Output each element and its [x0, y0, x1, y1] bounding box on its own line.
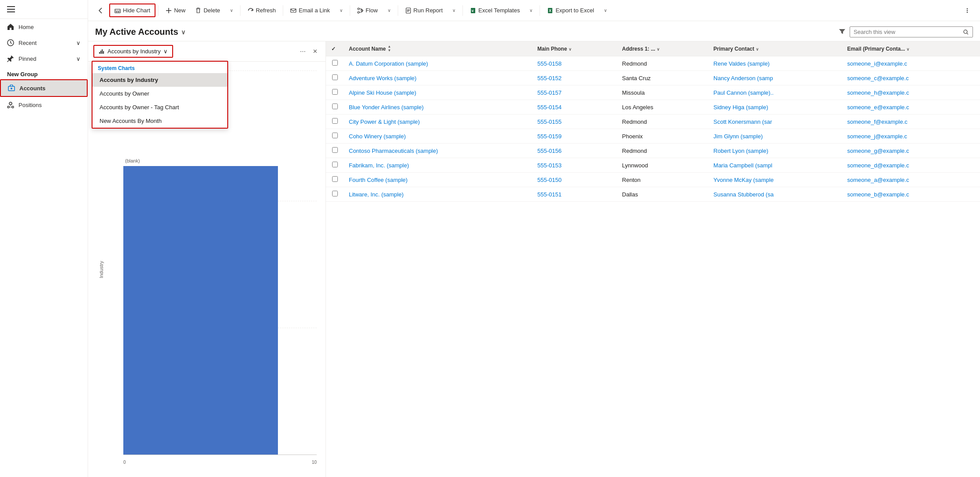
row-check[interactable]: [326, 129, 344, 144]
row-email[interactable]: someone_a@example.c: [842, 173, 980, 187]
row-email[interactable]: someone_g@example.c: [842, 144, 980, 158]
row-email[interactable]: someone_b@example.c: [842, 187, 980, 202]
sidebar-item-accounts-label: Accounts: [19, 85, 45, 92]
row-email[interactable]: someone_h@example.c: [842, 85, 980, 100]
row-email[interactable]: someone_f@example.c: [842, 115, 980, 129]
row-address: Phoenix: [617, 129, 708, 144]
row-account-name[interactable]: Adventure Works (sample): [344, 71, 532, 85]
svg-point-17: [967, 8, 968, 9]
row-check[interactable]: [326, 158, 344, 173]
sidebar-item-home[interactable]: Home: [0, 19, 88, 35]
row-main-phone: 555-0158: [532, 56, 617, 71]
row-check[interactable]: [326, 100, 344, 115]
new-icon: [166, 7, 172, 14]
delete-button[interactable]: Delete: [191, 4, 225, 16]
chart-dropdown-item-owner[interactable]: Accounts by Owner: [92, 87, 227, 100]
toolbar-chevron-export[interactable]: ∨: [599, 5, 611, 15]
row-main-phone: 555-0150: [532, 173, 617, 187]
toolbar-chevron-1[interactable]: ∨: [226, 5, 237, 15]
toolbar-divider-2: [240, 5, 240, 16]
row-account-name[interactable]: Fourth Coffee (sample): [344, 173, 532, 187]
run-report-button[interactable]: Run Report: [401, 4, 447, 16]
row-check[interactable]: [326, 56, 344, 71]
toolbar-more-button[interactable]: [960, 5, 975, 16]
flow-label: Flow: [366, 7, 377, 14]
sidebar-item-recent-label: Recent: [18, 40, 37, 46]
flow-button[interactable]: Flow: [353, 4, 382, 16]
new-button[interactable]: New: [161, 4, 190, 16]
col-address1[interactable]: Address 1: ... ∨: [617, 41, 708, 56]
row-primary-contact[interactable]: Yvonne McKay (sample: [708, 173, 842, 187]
row-check[interactable]: [326, 115, 344, 129]
row-email[interactable]: someone_c@example.c: [842, 71, 980, 85]
toolbar-divider-6: [462, 5, 463, 16]
row-account-name[interactable]: Contoso Pharmaceuticals (sample): [344, 144, 532, 158]
export-to-excel-button[interactable]: Export to Excel: [543, 4, 598, 16]
table-row: A. Datum Corporation (sample) 555-0158 R…: [326, 56, 980, 71]
row-account-name[interactable]: A. Datum Corporation (sample): [344, 56, 532, 71]
view-title-chevron[interactable]: ∨: [181, 29, 185, 36]
row-account-name[interactable]: Fabrikam, Inc. (sample): [344, 158, 532, 173]
chart-close-button[interactable]: ✕: [310, 46, 320, 56]
chart-dropdown-item-new-by-month[interactable]: New Accounts By Month: [92, 114, 227, 128]
col-email[interactable]: Email (Primary Conta... ∨: [842, 41, 980, 56]
chart-y-axis-label: Industry: [99, 261, 104, 278]
chart-selector[interactable]: Accounts by Industry ∨: [93, 45, 173, 58]
svg-rect-23: [102, 49, 103, 54]
recent-chevron: ∨: [76, 40, 81, 46]
row-account-name[interactable]: Coho Winery (sample): [344, 129, 532, 144]
row-primary-contact[interactable]: Paul Cannon (sample)..: [708, 85, 842, 100]
row-address: Santa Cruz: [617, 71, 708, 85]
col-primary-contact[interactable]: Primary Contact ∨: [708, 41, 842, 56]
chart-dropdown-section[interactable]: System Charts: [92, 62, 227, 73]
hide-chart-button[interactable]: Hide Chart: [109, 4, 155, 17]
row-account-name[interactable]: Blue Yonder Airlines (sample): [344, 100, 532, 115]
refresh-icon: [248, 7, 254, 14]
row-account-name[interactable]: Alpine Ski House (sample): [344, 85, 532, 100]
row-email[interactable]: someone_j@example.c: [842, 129, 980, 144]
refresh-button[interactable]: Refresh: [243, 4, 281, 16]
col-account-name[interactable]: Account Name ▲ ▼: [344, 41, 532, 56]
toolbar-chevron-excel-templates[interactable]: ∨: [525, 5, 537, 15]
chart-dropdown-item-owner-tag[interactable]: Accounts by Owner - Tag Chart: [92, 100, 227, 114]
sidebar-item-recent[interactable]: Recent ∨: [0, 35, 88, 51]
row-check[interactable]: [326, 173, 344, 187]
export-to-excel-label: Export to Excel: [555, 7, 594, 14]
sidebar-item-positions[interactable]: Positions: [0, 97, 88, 113]
row-email[interactable]: someone_e@example.c: [842, 100, 980, 115]
back-button[interactable]: [93, 5, 108, 16]
excel-templates-icon: [470, 7, 476, 14]
row-primary-contact[interactable]: Sidney Higa (sample): [708, 100, 842, 115]
row-primary-contact[interactable]: Susanna Stubberod (sa: [708, 187, 842, 202]
home-icon: [7, 23, 14, 30]
sidebar-item-pinned[interactable]: Pinned ∨: [0, 51, 88, 67]
row-check[interactable]: [326, 85, 344, 100]
table-row: Adventure Works (sample) 555-0152 Santa …: [326, 71, 980, 85]
row-primary-contact[interactable]: Scott Konersmann (sar: [708, 115, 842, 129]
row-account-name[interactable]: Litware, Inc. (sample): [344, 187, 532, 202]
filter-icon[interactable]: [838, 27, 846, 37]
toolbar-chevron-run-report[interactable]: ∨: [448, 5, 460, 15]
row-primary-contact[interactable]: Maria Campbell (sampl: [708, 158, 842, 173]
toolbar-chevron-email[interactable]: ∨: [335, 5, 347, 15]
search-input[interactable]: [854, 29, 960, 35]
excel-templates-button[interactable]: Excel Templates: [466, 4, 524, 16]
row-check[interactable]: [326, 71, 344, 85]
row-primary-contact[interactable]: Rene Valdes (sample): [708, 56, 842, 71]
toolbar-chevron-flow[interactable]: ∨: [383, 5, 395, 15]
email-link-button[interactable]: Email a Link: [286, 4, 334, 16]
row-email[interactable]: someone_i@example.c: [842, 56, 980, 71]
row-primary-contact[interactable]: Robert Lyon (sample): [708, 144, 842, 158]
row-account-name[interactable]: City Power & Light (sample): [344, 115, 532, 129]
row-email[interactable]: someone_d@example.c: [842, 158, 980, 173]
row-primary-contact[interactable]: Jim Glynn (sample): [708, 129, 842, 144]
col-main-phone[interactable]: Main Phone ∨: [532, 41, 617, 56]
chart-more-button[interactable]: ⋯: [297, 46, 308, 56]
row-check[interactable]: [326, 144, 344, 158]
chart-dropdown-item-industry[interactable]: Accounts by Industry: [92, 73, 227, 87]
row-primary-contact[interactable]: Nancy Anderson (samp: [708, 71, 842, 85]
row-check[interactable]: [326, 187, 344, 202]
x-label-10: 10: [312, 460, 317, 465]
sidebar-menu-toggle[interactable]: [0, 0, 88, 19]
sidebar-item-accounts[interactable]: Accounts: [0, 79, 88, 97]
